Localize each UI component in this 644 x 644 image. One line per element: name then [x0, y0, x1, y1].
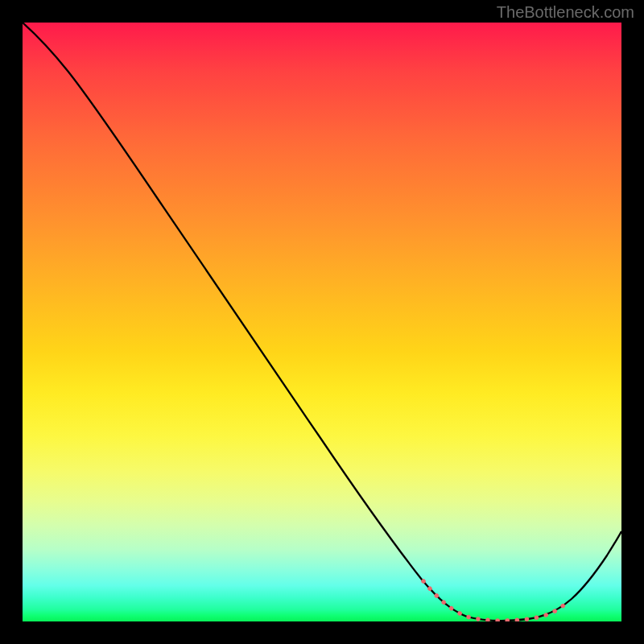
- plot-area: [23, 23, 621, 621]
- bottleneck-curve: [23, 23, 621, 621]
- watermark-text: TheBottleneck.com: [497, 3, 634, 22]
- chart-frame: [0, 0, 644, 644]
- dotted-valley: [423, 581, 564, 621]
- curve-svg: [23, 23, 621, 621]
